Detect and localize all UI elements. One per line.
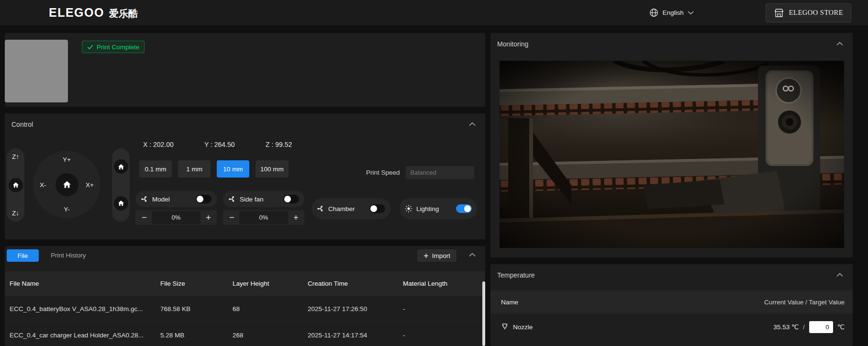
position-z-readout: Z : 99.52: [266, 141, 292, 148]
value-separator: /: [803, 324, 805, 331]
main-content: Print Complete Control Z↑ Z↓ Y+ X- X+ Y-: [0, 25, 868, 346]
lighting-label: Lighting: [416, 205, 456, 212]
layer-height-cell: 68: [233, 305, 308, 313]
y-minus-button[interactable]: Y-: [64, 206, 69, 213]
model-fan-toggle[interactable]: [196, 195, 211, 203]
model-fan-label: Model: [152, 196, 196, 203]
nozzle-temperature-row: Nozzle 35.53 ℃ / 0 ℃: [490, 313, 853, 340]
file-list-scrollbar[interactable]: [482, 281, 485, 346]
camera-image: [500, 61, 844, 248]
fan-icon: [141, 195, 148, 203]
z-home-button[interactable]: [9, 178, 23, 192]
side-fan-decrease-button[interactable]: [224, 211, 239, 224]
temperature-collapse-chevron-icon[interactable]: [836, 273, 843, 277]
globe-icon: [649, 8, 658, 17]
home-button-top[interactable]: [114, 159, 128, 174]
lighting-toggle[interactable]: [456, 204, 472, 213]
minus-icon: [229, 215, 234, 220]
print-thumbnail: [5, 40, 68, 102]
nozzle-target-input[interactable]: 0: [809, 321, 833, 333]
elegoo-store-button[interactable]: ELEGOO STORE: [766, 3, 851, 22]
plus-icon: [293, 215, 299, 220]
x-minus-button[interactable]: X-: [40, 181, 46, 188]
nozzle-label: Nozzle: [513, 324, 533, 331]
side-fan-stepper: 0%: [223, 210, 304, 225]
creation-time-cell: 2025-11-27 17:26:50: [308, 305, 403, 313]
right-column: Monitoring: [490, 33, 853, 346]
lighting-group: Lighting: [400, 198, 477, 219]
side-fan-increase-button[interactable]: [288, 211, 303, 224]
print-status-panel: Print Complete: [5, 33, 485, 107]
z-down-button[interactable]: Z↓: [12, 210, 19, 217]
z-up-button[interactable]: Z↑: [12, 153, 19, 160]
side-fan-value: 0%: [239, 211, 288, 224]
chamber-fan-group: Chamber: [312, 198, 390, 219]
tab-file[interactable]: File: [7, 249, 39, 262]
temperature-panel-title: Temperature: [497, 271, 535, 279]
temperature-table-header: Name Current Value / Target Value: [490, 290, 853, 313]
monitoring-collapse-chevron-icon[interactable]: [836, 42, 843, 45]
import-button[interactable]: Import: [417, 249, 456, 262]
chamber-fan-toggle[interactable]: [369, 204, 385, 213]
x-plus-button[interactable]: X+: [86, 181, 94, 188]
model-fan-increase-button[interactable]: [200, 211, 216, 224]
file-size-cell: 5.28 MB: [160, 332, 233, 339]
import-label: Import: [432, 252, 450, 259]
col-file-size: File Size: [160, 280, 233, 287]
home-icon: [118, 200, 124, 206]
tab-print-history[interactable]: Print History: [51, 249, 86, 262]
table-row[interactable]: ECC_0.4_batteryBox V_ASA0.28_1h38m.gc...…: [5, 296, 485, 322]
side-fan-toggle[interactable]: [283, 195, 299, 203]
model-fan-value: 0%: [152, 211, 200, 224]
home-button-bottom[interactable]: [114, 196, 128, 211]
file-name-cell: ECC_0.4_batteryBox V_ASA0.28_1h38m.gc...: [10, 305, 160, 313]
step-size-100mm-button[interactable]: 100 mm: [256, 160, 289, 178]
topbar-right: English ELEGOO STORE: [649, 3, 851, 22]
model-fan-decrease-button[interactable]: [136, 211, 152, 224]
print-complete-label: Print Complete: [97, 44, 139, 51]
step-size-10mm-button[interactable]: 10 mm: [217, 160, 249, 178]
position-y-readout: Y : 264.50: [204, 141, 235, 148]
creation-time-cell: 2025-11-27 14:17:54: [308, 332, 403, 339]
side-fan-label: Side fan: [240, 196, 283, 203]
temperature-panel: Temperature Name Current Value / Target …: [490, 264, 853, 346]
side-fan-group: Side fan: [223, 191, 304, 207]
home-icon: [63, 180, 71, 189]
fan-icon: [317, 205, 324, 212]
model-fan-group: Model: [135, 191, 217, 207]
home-icon: [12, 182, 19, 188]
print-complete-badge: Print Complete: [82, 41, 145, 53]
table-row[interactable]: ECC_0.4_car charger Lead Holder_ASA0.28.…: [5, 322, 485, 346]
print-speed-label: Print Speed: [366, 169, 400, 176]
nozzle-unit: ℃: [837, 323, 845, 331]
col-current-target: Current Value / Target Value: [764, 299, 845, 306]
step-size-group: 0.1 mm 1 mm 10 mm 100 mm: [139, 160, 289, 178]
file-collapse-chevron-icon[interactable]: [469, 253, 476, 257]
nozzle-name: Nozzle: [501, 323, 533, 331]
col-file-name: File Name: [10, 280, 160, 287]
z-jog-pill: Z↑ Z↓: [7, 148, 24, 222]
col-material-length: Material Length: [403, 280, 485, 287]
monitoring-panel: Monitoring: [490, 33, 853, 257]
y-plus-button[interactable]: Y+: [63, 156, 71, 163]
model-fan-stepper: 0%: [135, 210, 217, 225]
language-selector[interactable]: English: [649, 8, 693, 17]
top-bar: ELEGOO 爱乐酷 English ELEGOO STORE: [0, 0, 868, 25]
material-length-cell: -: [403, 332, 485, 339]
home-icon: [118, 164, 124, 170]
material-length-cell: -: [403, 305, 485, 313]
col-creation-time: Creation Time: [308, 280, 403, 287]
logo-text-cn: 爱乐酷: [109, 7, 138, 20]
control-collapse-chevron-icon[interactable]: [469, 122, 476, 126]
store-icon: [774, 8, 784, 18]
col-name: Name: [501, 299, 518, 306]
plus-icon: [206, 215, 211, 220]
sun-icon: [405, 205, 412, 212]
step-size-0.1mm-button[interactable]: 0.1 mm: [139, 160, 172, 178]
step-size-1mm-button[interactable]: 1 mm: [178, 160, 211, 178]
minus-icon: [142, 215, 147, 220]
fan-icon: [228, 195, 236, 203]
print-speed-select[interactable]: Balanced: [406, 166, 474, 179]
xy-home-button[interactable]: [56, 173, 78, 196]
check-icon: [87, 45, 93, 50]
